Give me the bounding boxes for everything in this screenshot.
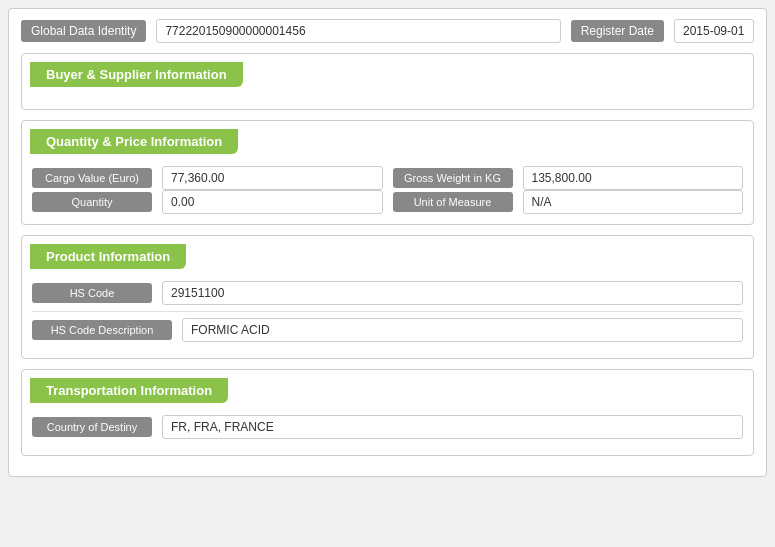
buyer-supplier-title: Buyer & Supplier Information: [30, 62, 243, 87]
product-divider: [32, 311, 743, 312]
country-destiny-value: FR, FRA, FRANCE: [162, 415, 743, 439]
transportation-section: Transportation Information Country of De…: [21, 369, 754, 456]
transportation-body: Country of Destiny FR, FRA, FRANCE: [22, 411, 753, 455]
product-title: Product Information: [30, 244, 186, 269]
transportation-title: Transportation Information: [30, 378, 228, 403]
quantity-label: Quantity: [32, 192, 152, 212]
quantity-price-body: Cargo Value (Euro) 77,360.00 Gross Weigh…: [22, 162, 753, 224]
gross-weight-value: 135,800.00: [523, 166, 744, 190]
main-container: Global Data Identity 7722201509000000014…: [8, 8, 767, 477]
hs-code-value: 29151100: [162, 281, 743, 305]
hs-desc-row: HS Code Description FORMIC ACID: [32, 318, 743, 342]
gdi-label: Global Data Identity: [21, 20, 146, 42]
quantity-col: Quantity 0.00: [32, 190, 383, 214]
top-row: Global Data Identity 7722201509000000014…: [21, 19, 754, 43]
gross-weight-label: Gross Weight in KG: [393, 168, 513, 188]
product-section: Product Information HS Code 29151100 HS …: [21, 235, 754, 359]
qty-row2: Quantity 0.00 Unit of Measure N/A: [32, 190, 743, 214]
gross-weight-col: Gross Weight in KG 135,800.00: [393, 166, 744, 190]
cargo-value-value: 77,360.00: [162, 166, 383, 190]
quantity-value: 0.00: [162, 190, 383, 214]
buyer-supplier-section: Buyer & Supplier Information: [21, 53, 754, 110]
cargo-value-label: Cargo Value (Euro): [32, 168, 152, 188]
country-destiny-row: Country of Destiny FR, FRA, FRANCE: [32, 415, 743, 439]
qty-row1: Cargo Value (Euro) 77,360.00 Gross Weigh…: [32, 166, 743, 190]
unit-measure-value: N/A: [523, 190, 744, 214]
register-date-label: Register Date: [571, 20, 664, 42]
hs-code-row: HS Code 29151100: [32, 281, 743, 305]
quantity-price-title: Quantity & Price Information: [30, 129, 238, 154]
hs-desc-label: HS Code Description: [32, 320, 172, 340]
hs-code-label: HS Code: [32, 283, 152, 303]
quantity-price-section: Quantity & Price Information Cargo Value…: [21, 120, 754, 225]
cargo-value-col: Cargo Value (Euro) 77,360.00: [32, 166, 383, 190]
product-body: HS Code 29151100 HS Code Description FOR…: [22, 277, 753, 358]
country-destiny-label: Country of Destiny: [32, 417, 152, 437]
hs-desc-value: FORMIC ACID: [182, 318, 743, 342]
gdi-value: 772220150900000001456: [156, 19, 560, 43]
buyer-supplier-body: [22, 95, 753, 109]
unit-measure-col: Unit of Measure N/A: [393, 190, 744, 214]
unit-measure-label: Unit of Measure: [393, 192, 513, 212]
register-date-value: 2015-09-01: [674, 19, 754, 43]
